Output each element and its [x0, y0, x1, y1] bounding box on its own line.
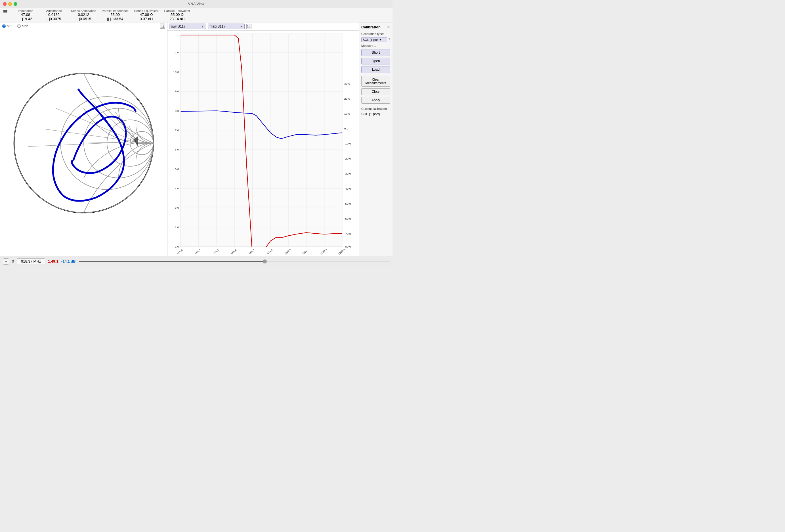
graph-expand-button[interactable]: [246, 24, 251, 29]
svg-text:7.0: 7.0: [175, 129, 179, 132]
calibration-title: Calibration: [361, 25, 381, 29]
smith-chart-container: [0, 30, 167, 256]
svg-rect-18: [180, 34, 342, 247]
s22-radio[interactable]: S22: [17, 24, 28, 28]
svg-text:9.0: 9.0: [175, 90, 179, 93]
chevron-down-icon-cal: ▼: [379, 38, 381, 41]
graph-toolbar: swr(S11) ▼ mag(S11) ▼: [168, 22, 359, 31]
svg-text:800.0: 800.0: [230, 248, 237, 255]
svg-text:10.0: 10.0: [173, 70, 179, 74]
current-cal-value: SOL (1 port): [361, 112, 390, 116]
svg-text:8.0: 8.0: [175, 109, 179, 112]
svg-text:-30.0: -30.0: [344, 172, 351, 175]
apply-button[interactable]: Apply: [361, 97, 390, 104]
smith-chart-svg: [7, 64, 160, 223]
title-bar: VNA View: [0, 0, 392, 8]
svg-text:11.0: 11.0: [173, 51, 179, 54]
frequency-input[interactable]: [17, 258, 45, 264]
svg-text:2.0: 2.0: [175, 226, 179, 229]
parallel-equivalent-label: Parallel Equivalent: [164, 9, 190, 12]
svg-text:1000.0: 1000.0: [284, 248, 292, 255]
svg-text:666.7: 666.7: [195, 248, 202, 255]
graph-dropdown-1[interactable]: swr(S11) ▼: [169, 24, 206, 29]
svg-text:-50.0: -50.0: [344, 202, 351, 205]
minimize-button[interactable]: [8, 2, 12, 6]
svg-text:1066.7: 1066.7: [302, 248, 310, 255]
series-equivalent-value: 47.08 Ω: [140, 12, 153, 17]
close-button[interactable]: [3, 2, 6, 6]
current-cal-label: Current calibration:: [361, 107, 390, 110]
graph-dropdown-2[interactable]: mag(S11) ▼: [208, 24, 245, 29]
traffic-lights: [3, 2, 17, 6]
svg-text:4.0: 4.0: [175, 187, 179, 190]
graph-panel: swr(S11) ▼ mag(S11) ▼: [168, 22, 359, 256]
swr-value: 1.49:1: [48, 259, 58, 263]
series-equivalent-subvalue: 3.37 nH: [140, 17, 153, 21]
series-admittance-metric: Series Admittance 0.0212 + j0.0515: [71, 9, 96, 21]
s22-label: S22: [22, 24, 28, 28]
main-area: S11 S22: [0, 22, 392, 256]
impedance-value: 47.08: [21, 12, 30, 17]
metrics-row: Impedance 47.08 + j19.42 Admittance 0.01…: [0, 8, 392, 22]
svg-text:933.3: 933.3: [267, 248, 273, 255]
open-button[interactable]: Open: [361, 58, 390, 65]
parallel-impedance-value: 55.09: [110, 12, 120, 17]
svg-text:0.0: 0.0: [344, 127, 349, 130]
svg-rect-17: [248, 25, 250, 28]
svg-text:-10.0: -10.0: [344, 142, 351, 145]
frequency-slider[interactable]: [79, 261, 390, 262]
impedance-metric: Impedance 47.08 + j19.42: [14, 9, 37, 21]
calibration-header: Calibration ✕: [361, 25, 390, 29]
svg-text:-70.0: -70.0: [344, 232, 351, 235]
cal-type-label: Calibration type:: [361, 32, 390, 35]
add-button[interactable]: +: [3, 258, 9, 264]
load-button[interactable]: Load: [361, 66, 390, 73]
series-admittance-label: Series Admittance: [71, 9, 96, 12]
svg-text:1200.0: 1200.0: [338, 248, 346, 255]
series-equivalent-label: Series Equivalent: [134, 9, 159, 12]
s22-radio-indicator: [17, 24, 21, 28]
help-icon[interactable]: ?: [388, 38, 390, 42]
svg-text:-40.0: -40.0: [344, 187, 351, 190]
svg-text:866.7: 866.7: [249, 248, 255, 255]
svg-line-11: [45, 129, 136, 142]
clear-measurements-button[interactable]: Clear Measurements: [361, 76, 390, 86]
s11-radio-indicator: [2, 24, 6, 28]
svg-text:1.0: 1.0: [175, 245, 179, 248]
short-button[interactable]: Short: [361, 49, 390, 56]
maximize-button[interactable]: [14, 2, 17, 6]
clear-button[interactable]: Clear: [361, 88, 390, 95]
svg-text:600.0: 600.0: [177, 248, 183, 255]
graph-dropdown-1-label: swr(S11): [171, 24, 185, 28]
cal-type-dropdown[interactable]: SOL (1 por ▼: [361, 37, 387, 42]
svg-rect-0: [161, 25, 164, 28]
s11-radio[interactable]: S11: [2, 24, 13, 28]
impedance-label: Impedance: [18, 9, 33, 12]
frequency-slider-container: [79, 261, 390, 262]
db-value: -14.1 dB: [61, 259, 76, 263]
calibration-panel: Calibration ✕ Calibration type: SOL (1 p…: [359, 22, 392, 256]
menu-icon[interactable]: [2, 9, 8, 21]
graph-dropdown-2-label: mag(S11): [210, 24, 225, 28]
chevron-down-icon: ▼: [201, 25, 204, 28]
parallel-equivalent-metric: Parallel Equivalent 55.09 Ω 23.14 nH: [164, 9, 190, 21]
s11-label: S11: [7, 24, 13, 28]
cal-type-value: SOL (1 por: [363, 38, 378, 42]
svg-text:733.3: 733.3: [212, 248, 219, 255]
parallel-impedance-subvalue: || j-133.54: [107, 17, 123, 21]
graph-area: 1.0 2.0 3.0 4.0 5.0 6.0 7.0 8.0 9.0 10.0…: [168, 31, 359, 256]
bottom-bar: + 0 1.49:1 -14.1 dB: [0, 256, 392, 266]
impedance-subvalue: + j19.42: [19, 17, 32, 21]
admittance-value: 0.0182: [48, 12, 59, 17]
measure-label: Measure...: [361, 44, 390, 47]
chevron-down-icon-2: ▼: [240, 25, 243, 28]
window-title: VNA View: [188, 2, 205, 6]
series-admittance-value: 0.0212: [78, 12, 89, 17]
svg-text:1133.3: 1133.3: [320, 248, 328, 255]
smith-toolbar: S11 S22: [0, 22, 167, 30]
svg-text:10.0: 10.0: [344, 112, 350, 115]
channel-number: 0: [12, 259, 14, 263]
smith-expand-button[interactable]: [160, 24, 165, 29]
parallel-equivalent-subvalue: 23.14 nH: [170, 17, 185, 21]
close-icon[interactable]: ✕: [387, 25, 390, 29]
